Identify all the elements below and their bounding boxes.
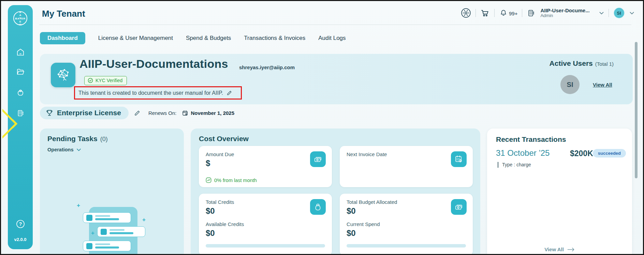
chevron-down-icon [76,148,81,151]
operations-filter-dropdown[interactable]: Operations [47,147,81,152]
brain-network-icon [55,67,71,83]
org-name: AIIP-User-Docume... [540,7,589,13]
user-avatar[interactable]: SI [613,7,625,19]
kyc-badge-label: KYC Verified [96,78,122,83]
sparkle-plus: + [77,202,80,209]
view-all-users-link[interactable]: View All [593,82,612,88]
budget-card: Total Budget Allocated $0 Current Spend … [340,194,473,255]
current-spend-value: $0 [347,228,466,238]
chevron-down-icon[interactable] [629,12,634,15]
amount-due-label: Amount Due [206,151,325,157]
current-spend-label: Current Spend [347,221,466,227]
sidebar-item-marketplace[interactable] [8,88,33,97]
building-icon [16,109,25,118]
home-icon [16,48,25,57]
svg-text:?: ? [19,221,22,227]
operations-filter-label: Operations [47,147,74,152]
recent-transactions-card: Recent Transactions 31 October ’25 $200K… [487,129,632,255]
tab-dashboard[interactable]: Dashboard [40,32,85,44]
total-credits-label: Total Credits [206,199,325,205]
pending-tasks-card: Pending Tasks (0) Operations + + + [40,129,184,255]
help-icon: ? [16,219,25,229]
license-row: Enterprise License Renews On: November 1… [40,107,234,119]
cost-overview-card: Cost Overview Amount Due $ 0% from last … [191,129,480,255]
header-divider-1 [475,9,476,17]
sparkle-plus: + [142,216,146,223]
sidebar-item-tenant[interactable] [8,109,33,118]
budget-value: $0 [347,206,466,216]
calendar-icon [182,110,188,116]
budget-banknote-icon [451,199,467,215]
org-building-icon [527,9,536,18]
pending-tasks-header: Pending Tasks (0) [47,135,108,143]
view-all-transactions-label: View All [544,246,564,252]
active-user-avatar[interactable]: SI [560,75,580,94]
org-switcher[interactable]: AIIP-User-Docume... Admin [540,7,589,18]
amount-due-value: $ [206,159,325,168]
tenant-logo-tile [51,63,75,87]
tab-spend-budgets[interactable]: Spend & Budgets [186,32,231,44]
banknote-icon [310,151,326,167]
tenant-banner: AIIP-User-Documentations shreyas.iyer@ai… [40,54,633,104]
sidebar-item-home[interactable] [8,48,33,57]
recent-transactions-title: Recent Transactions [496,135,566,144]
available-credits-label: Available Credits [206,221,325,227]
chevron-down-icon[interactable] [599,12,604,15]
edit-pencil-icon[interactable] [226,90,232,96]
tab-bar: Dashboard License & User Management Spen… [40,32,346,44]
kyc-verified-badge: KYC Verified [84,76,127,85]
pending-tasks-title: Pending Tasks [47,135,98,143]
app-version: v2.0.0 [8,237,33,242]
folder-icon [16,68,25,76]
tenant-description: This tenant is created to document the u… [78,90,223,96]
license-badge: Enterprise License [40,107,129,119]
header-divider-4 [609,9,609,17]
tab-transactions-invoices[interactable]: Transactions & Invoices [244,32,305,44]
notification-count-badge: 99+ [509,11,517,16]
page-scrollbar[interactable] [635,42,638,178]
renews-date-wrap: November 1, 2025 [182,110,234,116]
next-invoice-label: Next Invoice Date [347,151,466,157]
bell-icon [499,9,508,17]
pending-tasks-count: (0) [100,136,108,143]
transaction-amount: $200K [570,149,593,158]
trophy-icon [45,109,54,117]
next-invoice-card: Next Invoice Date [340,146,473,187]
tenant-email: shreyas.iyer@aiip.com [239,64,295,70]
illustration-task-row [83,241,131,251]
bayer-logo-horizontal-text: BAYER [15,17,25,20]
amount-due-card: Amount Due $ 0% from last month [199,146,332,187]
edit-pencil-icon[interactable] [134,110,140,116]
sidebar-item-help[interactable]: ? [8,219,33,229]
tab-license-user-management[interactable]: License & User Management [98,32,173,44]
invoice-calendar-icon [451,151,467,167]
trend-up-icon [206,177,211,183]
illustration-task-row [97,226,145,237]
license-name: Enterprise License [57,109,121,117]
credits-progress-bar [206,244,325,247]
org-role: Admin [540,13,589,18]
cart-icon[interactable] [480,9,490,17]
amount-due-trend-text: 0% from last month [214,178,257,183]
notifications-button[interactable]: 99+ [499,9,517,17]
purse-icon [310,199,326,215]
view-all-transactions-link[interactable]: View All [487,246,632,252]
budget-progress-bar [347,244,466,247]
description-highlight-box: This tenant is created to document the u… [74,86,242,100]
sidebar: BAYER BAYER ? v [8,5,33,249]
transaction-date: 31 October ’25 [496,148,550,158]
tab-audit-logs[interactable]: Audit Logs [318,32,346,44]
check-circle-icon [88,78,93,83]
tenant-name: AIIP-User-Documentations [79,57,228,71]
budget-label: Total Budget Allocated [347,199,466,205]
amount-due-trend: 0% from last month [206,177,257,183]
header-divider [39,25,631,25]
sidebar-item-projects[interactable] [8,68,33,76]
app-window: BAYER BAYER ? v [0,0,644,255]
header-actions: 99+ AIIP-User-Docume... Admin SI [461,6,634,20]
settings-icon[interactable] [461,8,471,18]
bag-icon [16,88,25,97]
renews-on-label: Renews On: [148,110,177,116]
active-users-total: (Total 1) [595,61,614,67]
arrow-right-icon [567,247,575,252]
